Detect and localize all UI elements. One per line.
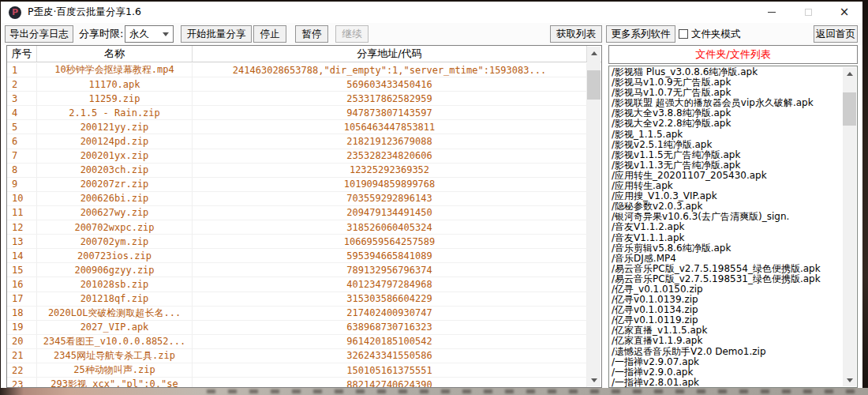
row-name: 2345看图王_v10.0.0.8852... (37, 335, 193, 349)
row-seq: 23 (7, 378, 37, 387)
row-code: 253317862582959 (193, 92, 587, 106)
row-code: 789132956796374 (193, 263, 587, 277)
table-row[interactable]: 10200626bi.zip703559292896143 (7, 192, 587, 206)
scroll-down-icon[interactable] (587, 374, 600, 386)
back-home-button[interactable]: 返回首页 (814, 25, 858, 43)
file-list-item[interactable]: /影视马v1.0.9无广告版.apk (612, 77, 843, 88)
scroll-up-icon[interactable] (587, 47, 600, 59)
column-header-seq[interactable]: 序号 (7, 46, 37, 62)
table-row[interactable]: 16201028sb.zip401234797284968 (7, 277, 587, 292)
table-row[interactable]: 182020LOL突破检测取超长名...217402400930747 (7, 307, 587, 321)
pause-button[interactable]: 暂停 (295, 25, 328, 43)
file-list-scrollbar[interactable] (843, 67, 856, 386)
file-list-item[interactable]: /影视联盟 超强大的播放器会员vip永久破解.apk (612, 98, 843, 108)
start-batch-share-button[interactable]: 开始批量分享 (181, 25, 252, 43)
minimize-button[interactable] (754, 2, 790, 23)
file-list-item[interactable]: /影视v1.1.5无广告纯净版.apk (612, 150, 843, 160)
file-list-item[interactable]: /一指禅v2.9.07.apk (612, 357, 843, 367)
folder-mode-toggle: 文件夹模式 (679, 25, 741, 43)
table-row[interactable]: 8200203ch.zip12325292369352 (7, 164, 587, 178)
table-row[interactable]: 212345网址导航专杀工具.zip326243341550586 (7, 349, 587, 363)
export-log-button[interactable]: 导出分享日志 (5, 25, 73, 43)
file-list-item[interactable]: /应用转生.apk (612, 181, 843, 191)
file-list-item[interactable]: /音乐剪辑v5.8.6纯净版.apk (612, 243, 843, 254)
row-name: 200124pd.zip (37, 134, 193, 149)
file-list-item[interactable]: /一指禅v2.8.01.apk (612, 378, 843, 387)
file-list-item[interactable]: /影视马v1.0.7无广告版.apk (612, 88, 843, 98)
file-list-box: /影视猫 Plus_v3.0.8.6纯净版.apk/影视马v1.0.9无广告版.… (608, 66, 858, 388)
table-scrollbar[interactable] (587, 47, 600, 386)
table-row[interactable]: 9200207zr.zip1019094859899768 (7, 178, 587, 192)
table-row[interactable]: 311259.zip253317862582959 (7, 92, 587, 106)
row-code: 882142740624390 (193, 378, 587, 387)
table-row[interactable]: 23293影视_xcx","pl":0,"se882142740624390 (7, 378, 587, 387)
table-row[interactable]: 17201218qf.zip315303586604229 (7, 292, 587, 307)
file-list-item[interactable]: /应用搜_V1.0.3_VIP.apk (612, 191, 843, 201)
file-list-item[interactable]: /易云音乐PC版_v2.7.5.198531_绿色便携版.apk (612, 274, 843, 284)
row-code: 150105161375551 (193, 363, 587, 378)
table-row[interactable]: 14200723ios.zip595394665841089 (7, 249, 587, 263)
file-list-item[interactable]: /影视大全v2.2.8纯净版.apk (612, 118, 843, 129)
scroll-down-icon[interactable] (843, 374, 856, 386)
file-list-item[interactable]: /影视_1.1.5.apk (612, 130, 843, 140)
column-header-code[interactable]: 分享地址/代码 (193, 46, 587, 62)
file-list-item[interactable]: /银河奇异果v10.6.3(去广告清爽版)_sign. (612, 212, 843, 222)
column-header-name[interactable]: 名称 (37, 46, 193, 62)
file-list-item[interactable]: /亿寻_v0.1.0150.zip (612, 284, 843, 295)
table-row[interactable]: 6200124pd.zip218219123679088 (7, 134, 587, 149)
maximize-button[interactable] (790, 2, 826, 23)
row-code: 218219123679088 (193, 134, 587, 149)
stop-button[interactable]: 停止 (253, 25, 286, 43)
row-seq: 8 (7, 164, 37, 178)
file-list-item[interactable]: /音乐DJ感.MP4 (612, 254, 843, 264)
file-list-item[interactable]: /音友V1.1.1.apk (612, 233, 843, 243)
table-row[interactable]: 15200906gzyy.zip789132956796374 (7, 263, 587, 277)
desktop-background-right (862, 0, 868, 395)
table-row[interactable]: 42.1.5 - Rain.zip947873807143597 (7, 106, 587, 120)
file-list-item[interactable]: /影视大全v3.8.8纯净版.apk (612, 108, 843, 118)
table-row[interactable]: 2225种动物叫声.zip150105161375551 (7, 363, 587, 378)
close-button[interactable]: × (826, 2, 862, 23)
get-list-button[interactable]: 获取列表 (550, 25, 602, 43)
file-list-item[interactable]: /隐秘参数v2.0.3.apk (612, 201, 843, 212)
file-list-item[interactable]: /应用转生_20201107_205430.apk (612, 171, 843, 181)
file-list-item[interactable]: /易云音乐PC版_v2.7.5.198554_绿色便携版.apk (612, 264, 843, 274)
row-seq: 18 (7, 307, 37, 321)
table-row[interactable]: 5200121yy.zip1056463447853811 (7, 120, 587, 134)
table-row[interactable]: 192027_VIP.apk638968730716323 (7, 321, 587, 335)
row-code: 209479134491450 (193, 206, 587, 220)
file-list-item[interactable]: /亿寻v0.1.0119.zip (612, 315, 843, 325)
file-list-item[interactable]: /影视猫 Plus_v3.0.8.6纯净版.apk (612, 67, 843, 77)
table-row[interactable]: 211170.apk569603433450416 (7, 77, 587, 92)
more-software-button[interactable]: 更多系列软件 (606, 25, 675, 43)
row-name: 200906gzyy.zip (37, 263, 193, 277)
resume-button[interactable]: 继续 (335, 25, 369, 43)
table-row[interactable]: 7200201yx.zip235328234820606 (7, 149, 587, 164)
table-row[interactable]: 110秒钟学会抠绿幕教程.mp4241463028653788,"dir_emp… (7, 63, 587, 77)
scroll-up-icon[interactable] (843, 67, 856, 80)
file-list-item[interactable]: /亿寻v0.1.0139.zip (612, 295, 843, 305)
row-seq: 4 (7, 106, 37, 120)
table-row[interactable]: 202345看图王_v10.0.0.8852...961420185100542 (7, 335, 587, 349)
row-name: 200201yx.zip (37, 149, 193, 164)
file-list-item[interactable]: /亿家直播v1.1.9.apk (612, 336, 843, 346)
chevron-down-icon (163, 32, 169, 36)
folder-mode-checkbox[interactable] (679, 29, 688, 39)
file-list-item[interactable]: /影视v1.1.3无广告纯净版.apk (612, 160, 843, 171)
row-seq: 15 (7, 263, 37, 277)
table-row[interactable]: 11200627wy.zip209479134491450 (7, 206, 587, 220)
file-list-scrollbar-thumb[interactable] (843, 92, 856, 126)
row-name: 2027_VIP.apk (37, 321, 193, 335)
share-limit-select[interactable]: 永久 (125, 25, 174, 43)
row-code: 241463028653788,"dir_empty":1,"server_mt… (193, 63, 587, 77)
table-row[interactable]: 12200702wxpc.zip318526060405324 (7, 220, 587, 235)
table-scrollbar-thumb[interactable] (587, 70, 600, 100)
file-list-item[interactable]: /音友V1.1.2.apk (612, 222, 843, 232)
table-row[interactable]: 13200702ym.zip1066959564257589 (7, 235, 587, 249)
file-list-item[interactable]: /一指禅v2.9.0.apk (612, 367, 843, 378)
file-list-item[interactable]: /亿寻v0.1.0134.zip (612, 305, 843, 315)
file-list-item[interactable]: /遗憾迟香音乐助手V2.0 Demo1.zip (612, 347, 843, 357)
file-list-item[interactable]: /亿家直播_v1.1.5.apk (612, 325, 843, 336)
file-list-item[interactable]: /影视v2.5.1纯净版.apk (612, 140, 843, 150)
row-seq: 1 (7, 63, 37, 77)
